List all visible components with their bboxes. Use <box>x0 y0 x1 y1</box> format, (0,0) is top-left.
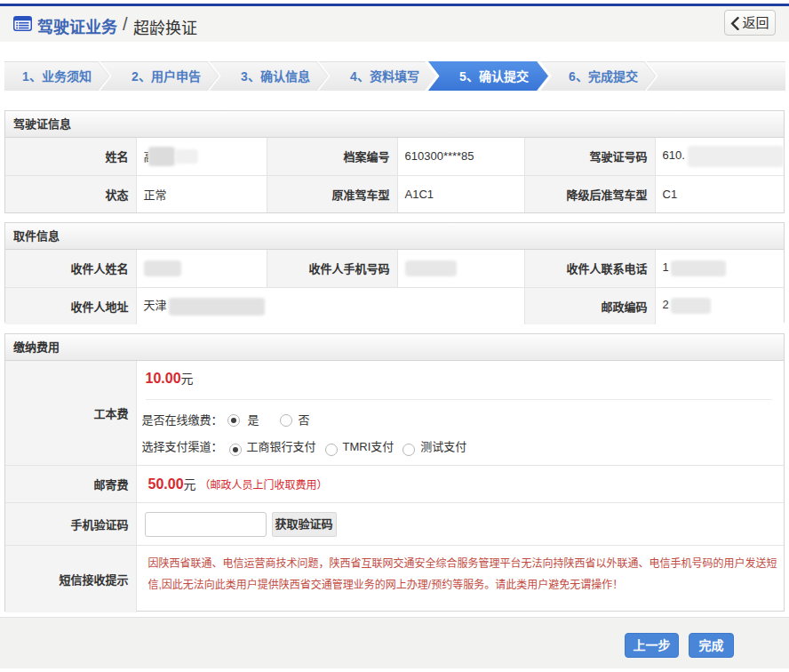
svg-text:2、用户申告: 2、用户申告 <box>132 69 201 84</box>
svg-text:5、确认提交: 5、确认提交 <box>459 69 529 84</box>
svg-text:4、资料填写: 4、资料填写 <box>350 69 419 84</box>
svg-text:1、业务须知: 1、业务须知 <box>22 69 92 84</box>
svg-text:6、完成提交: 6、完成提交 <box>569 69 638 84</box>
svg-text:3、确认信息: 3、确认信息 <box>241 69 310 84</box>
